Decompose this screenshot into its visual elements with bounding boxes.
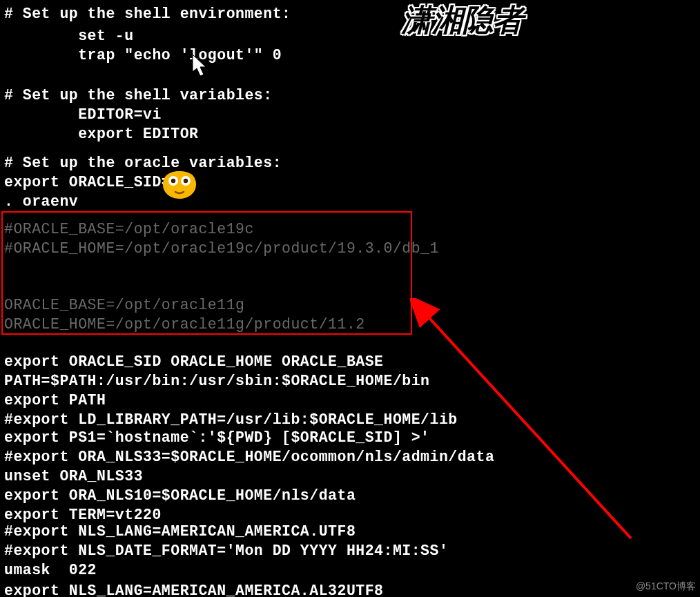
terminal-screenshot: # Set up the shell environment: set -u t… bbox=[0, 0, 700, 597]
code-line: export TERM=vt220 bbox=[4, 507, 162, 523]
code-line: trap "echo 'logout'" 0 bbox=[4, 47, 282, 63]
code-line: export ORACLE_SID ORACLE_HOME ORACLE_BAS… bbox=[4, 353, 384, 370]
code-line: umask 022 bbox=[4, 562, 97, 578]
code-line: export EDITOR bbox=[4, 126, 198, 142]
code-line-commented: #ORACLE_HOME=/opt/oracle19c/product/19.3… bbox=[4, 240, 439, 257]
code-line: set -u bbox=[4, 28, 134, 44]
code-line: #export NLS_LANG=AMERICAN_AMERICA.UTF8 bbox=[4, 523, 356, 540]
code-line: PATH=$PATH:/usr/bin:/usr/sbin:$ORACLE_HO… bbox=[4, 373, 430, 389]
code-line: #export ORA_NLS33=$ORACLE_HOME/ocommon/n… bbox=[4, 449, 494, 465]
code-line: EDITOR=vi bbox=[4, 106, 162, 123]
code-line: export ORA_NLS10=$ORACLE_HOME/nls/data bbox=[4, 487, 356, 504]
svg-point-6 bbox=[171, 179, 175, 183]
svg-point-7 bbox=[184, 179, 188, 183]
code-line: export PATH bbox=[4, 392, 106, 409]
code-line: export PS1=`hostname`:'${PWD} [$ORACLE_S… bbox=[4, 429, 430, 446]
code-line: #export NLS_DATE_FORMAT='Mon DD YYYY HH2… bbox=[4, 542, 448, 559]
code-line: export NLS_LANG=AMERICAN_AMERICA.AL32UTF… bbox=[4, 583, 384, 597]
code-line: . oraenv bbox=[4, 193, 78, 210]
site-watermark: @51CTO博客 bbox=[636, 580, 696, 593]
code-line-commented: ORACLE_BASE=/opt/oracle11g bbox=[4, 297, 244, 313]
author-watermark: 潇湘隐者 bbox=[402, 0, 523, 41]
code-line: # Set up the oracle variables: bbox=[4, 155, 282, 171]
code-line: export ORACLE_SID= bbox=[4, 174, 171, 190]
code-line: # Set up the shell environment: bbox=[4, 6, 291, 22]
code-line-commented: ORACLE_HOME=/opt/oracle11g/product/11.2 bbox=[4, 316, 365, 333]
code-line: #export LD_LIBRARY_PATH=/usr/lib:$ORACLE… bbox=[4, 411, 458, 428]
code-line: unset ORA_NLS33 bbox=[4, 468, 143, 485]
code-line-commented: #ORACLE_BASE=/opt/oracle19c bbox=[4, 221, 254, 237]
code-line: # Set up the shell variables: bbox=[4, 87, 273, 104]
svg-point-5 bbox=[181, 176, 191, 186]
